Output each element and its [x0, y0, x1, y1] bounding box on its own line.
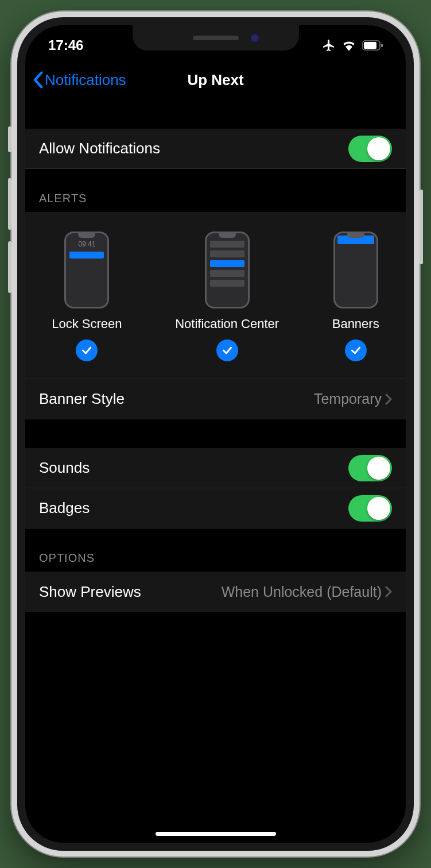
- front-camera: [251, 34, 259, 42]
- lock-screen-preview-icon: 09:41: [64, 232, 109, 308]
- nav-bar: Notifications Up Next: [25, 60, 406, 100]
- banner-style-row[interactable]: Banner Style Temporary: [25, 379, 406, 419]
- side-button-power: [420, 190, 423, 264]
- chevron-left-icon: [32, 71, 44, 88]
- sounds-toggle[interactable]: [348, 455, 392, 481]
- side-button-volume-up: [8, 178, 11, 230]
- chevron-right-icon: [385, 586, 392, 597]
- device-frame: 17:46: [11, 11, 420, 857]
- side-button-silent: [8, 126, 11, 152]
- allow-notifications-label: Allow Notifications: [39, 140, 160, 157]
- alert-banners-label: Banners: [332, 317, 379, 331]
- svg-rect-1: [364, 42, 376, 49]
- alert-option-banners[interactable]: Banners: [332, 232, 379, 361]
- back-button[interactable]: Notifications: [32, 71, 126, 89]
- badges-label: Badges: [39, 499, 90, 517]
- alert-notification-center-check[interactable]: [216, 340, 238, 361]
- lock-screen-demo-time: 09:41: [66, 240, 107, 248]
- toggle-knob: [367, 497, 390, 520]
- allow-notifications-toggle[interactable]: [348, 136, 392, 162]
- alerts-section-header: ALERTS: [25, 169, 406, 212]
- sounds-row[interactable]: Sounds: [25, 448, 406, 488]
- screen: 17:46: [25, 25, 406, 843]
- alert-option-notification-center[interactable]: Notification Center: [175, 232, 279, 361]
- alert-notification-center-label: Notification Center: [175, 317, 279, 331]
- status-time: 17:46: [48, 37, 83, 53]
- badges-row[interactable]: Badges: [25, 488, 406, 528]
- speaker-grille: [193, 36, 239, 40]
- alert-lock-screen-check[interactable]: [76, 340, 98, 361]
- notch: [133, 25, 299, 51]
- options-section-header: OPTIONS: [25, 528, 406, 572]
- banner-style-label: Banner Style: [39, 390, 125, 408]
- battery-icon: [362, 40, 383, 51]
- airplane-mode-icon: [322, 38, 336, 52]
- alert-banners-check[interactable]: [345, 340, 367, 361]
- sounds-label: Sounds: [39, 459, 90, 477]
- alert-lock-screen-label: Lock Screen: [52, 317, 122, 331]
- settings-content[interactable]: Allow Notifications ALERTS 09:41: [25, 100, 406, 820]
- side-button-volume-down: [8, 241, 11, 293]
- show-previews-row[interactable]: Show Previews When Unlocked (Default): [25, 572, 406, 612]
- allow-notifications-row[interactable]: Allow Notifications: [25, 129, 406, 169]
- banners-preview-icon: [333, 232, 378, 308]
- back-button-label: Notifications: [45, 71, 126, 89]
- wifi-icon: [341, 40, 356, 51]
- show-previews-label: Show Previews: [39, 583, 141, 601]
- alert-option-lock-screen[interactable]: 09:41 Lock Screen: [52, 232, 122, 361]
- badges-toggle[interactable]: [348, 495, 392, 522]
- show-previews-value: When Unlocked (Default): [222, 584, 382, 600]
- banner-style-value: Temporary: [314, 391, 382, 407]
- notification-center-preview-icon: [205, 232, 250, 308]
- home-indicator[interactable]: [156, 832, 276, 836]
- toggle-knob: [367, 137, 390, 160]
- device-bezel: 17:46: [17, 17, 414, 851]
- chevron-right-icon: [385, 394, 392, 405]
- svg-rect-2: [381, 44, 383, 47]
- toggle-knob: [367, 457, 390, 480]
- alerts-panel: 09:41 Lock Screen: [25, 212, 406, 379]
